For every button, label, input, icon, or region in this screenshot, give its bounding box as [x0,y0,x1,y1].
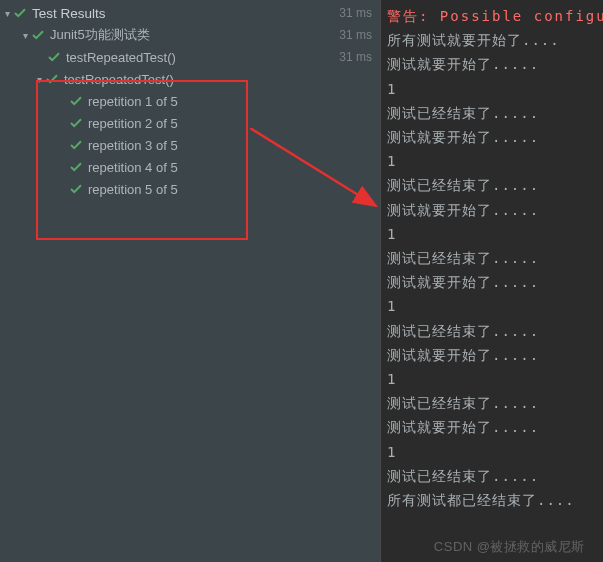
console-line: 测试就要开始了..... [387,415,603,439]
console-line: 测试就要开始了..... [387,198,603,222]
console-line: 测试已经结束了..... [387,319,603,343]
console-line: 测试就要开始了..... [387,343,603,367]
tree-rep-row[interactable]: repetition 2 of 5 [0,112,380,134]
console-warning-line: 警告: Possible configu [387,4,603,28]
console-line: 1 [387,367,603,391]
console-line: 测试就要开始了..... [387,270,603,294]
pass-icon [46,73,58,85]
pass-icon [14,7,26,19]
console-line: 所有测试就要开始了.... [387,28,603,52]
rep-label: repetition 5 of 5 [88,182,372,197]
chevron-down-icon[interactable]: ▾ [32,74,46,85]
console-line: 1 [387,77,603,101]
pass-icon [70,183,82,195]
console-line: 测试已经结束了..... [387,464,603,488]
console-line: 测试已经结束了..... [387,391,603,415]
pass-icon [70,139,82,151]
console-line: 1 [387,222,603,246]
test-a-label: testRepeatedTest() [66,50,339,65]
test-a-time: 31 ms [339,50,372,64]
tree-rep-row[interactable]: repetition 1 of 5 [0,90,380,112]
console-line: 测试已经结束了..... [387,173,603,197]
tree-test-row[interactable]: testRepeatedTest() 31 ms [0,46,380,68]
tree-suite-row[interactable]: ▾ Junit5功能测试类 31 ms [0,24,380,46]
console-line: 测试已经结束了..... [387,246,603,270]
watermark-text: CSDN @被拯救的威尼斯 [434,538,585,556]
root-time: 31 ms [339,6,372,20]
pass-icon [32,29,44,41]
chevron-down-icon[interactable]: ▾ [18,30,32,41]
rep-label: repetition 4 of 5 [88,160,372,175]
chevron-down-icon[interactable]: ▾ [0,8,14,19]
pass-icon [70,95,82,107]
console-line: 所有测试都已经结束了.... [387,488,603,512]
root-label: Test Results [32,6,339,21]
tree-test-row[interactable]: ▾ testRepeatedTest() [0,68,380,90]
rep-label: repetition 2 of 5 [88,116,372,131]
tree-rep-row[interactable]: repetition 4 of 5 [0,156,380,178]
suite-time: 31 ms [339,28,372,42]
rep-label: repetition 1 of 5 [88,94,372,109]
test-results-tree: ▾ Test Results 31 ms ▾ Junit5功能测试类 31 ms… [0,0,380,562]
console-line: 1 [387,440,603,464]
suite-label: Junit5功能测试类 [50,26,339,44]
tree-root-row[interactable]: ▾ Test Results 31 ms [0,2,380,24]
console-output[interactable]: 警告: Possible configu 所有测试就要开始了.... 测试就要开… [380,0,603,562]
pass-icon [70,161,82,173]
console-line: 测试就要开始了..... [387,52,603,76]
console-line: 测试已经结束了..... [387,101,603,125]
test-b-label: testRepeatedTest() [64,72,372,87]
pass-icon [48,51,60,63]
pass-icon [70,117,82,129]
rep-label: repetition 3 of 5 [88,138,372,153]
console-line: 测试就要开始了..... [387,125,603,149]
tree-rep-row[interactable]: repetition 5 of 5 [0,178,380,200]
console-line: 1 [387,149,603,173]
console-line: 1 [387,294,603,318]
tree-rep-row[interactable]: repetition 3 of 5 [0,134,380,156]
